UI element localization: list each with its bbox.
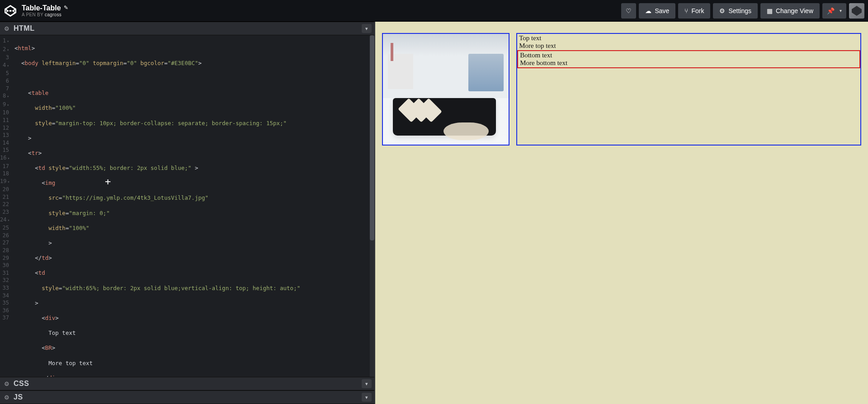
preview-text-cell: Top text More top text Bottom text More … xyxy=(516,33,861,146)
js-panel-chevron[interactable]: ▾ xyxy=(362,393,372,402)
preview-top-1: Top text xyxy=(519,34,541,42)
js-panel-header: ⚙ JS ▾ xyxy=(0,390,374,404)
heart-icon: ♡ xyxy=(626,7,632,14)
preview-table: Top text More top text Bottom text More … xyxy=(375,26,868,152)
css-settings-icon[interactable]: ⚙ xyxy=(3,380,11,388)
user-avatar[interactable] xyxy=(849,3,864,19)
pen-title[interactable]: Table-Table xyxy=(22,4,61,12)
html-settings-icon[interactable]: ⚙ xyxy=(3,24,11,33)
edit-title-icon[interactable]: ✎ xyxy=(64,5,68,11)
byline: A PEN BY cagross xyxy=(22,12,68,18)
preview-image-cell xyxy=(382,33,509,146)
html-panel-title: HTML xyxy=(14,24,34,33)
layout-icon: ▦ xyxy=(767,7,773,14)
fork-icon: ⑂ xyxy=(684,7,688,14)
author-link[interactable]: cagross xyxy=(45,12,61,17)
preview-top-block: Top text More top text xyxy=(517,34,860,50)
js-settings-icon[interactable]: ⚙ xyxy=(3,393,11,401)
change-view-button[interactable]: ▦Change View xyxy=(760,3,820,19)
settings-button[interactable]: ⚙Settings xyxy=(713,3,758,19)
editors-column: ⚙ HTML ▾ 1234567891011121314151617181920… xyxy=(0,22,375,404)
line-gutter: 1234567891011121314151617181920212223242… xyxy=(0,35,12,377)
html-panel-header: ⚙ HTML ▾ xyxy=(0,22,374,35)
pin-button[interactable]: 📌 xyxy=(822,3,846,19)
html-editor[interactable]: 1234567891011121314151617181920212223242… xyxy=(0,35,374,377)
css-panel-title: CSS xyxy=(14,380,29,388)
code-area[interactable]: <html> <body leftmargin="0" topmargin="0… xyxy=(12,35,374,377)
preview-image xyxy=(383,34,509,145)
css-panel-chevron[interactable]: ▾ xyxy=(362,379,372,388)
cloud-icon: ☁ xyxy=(645,7,651,14)
editor-scrollbar-thumb[interactable] xyxy=(370,35,374,240)
fork-button[interactable]: ⑂Fork xyxy=(678,3,710,19)
header-actions: ♡ ☁Save ⑂Fork ⚙Settings ▦Change View 📌 xyxy=(621,3,864,19)
preview-top-2: More top text xyxy=(519,42,556,49)
settings-label: Settings xyxy=(728,7,751,14)
pin-icon: 📌 xyxy=(827,7,835,14)
heart-button[interactable]: ♡ xyxy=(621,3,636,19)
css-panel-header: ⚙ CSS ▾ xyxy=(0,377,374,390)
codepen-logo[interactable] xyxy=(4,4,17,18)
save-button[interactable]: ☁Save xyxy=(639,3,675,19)
html-panel-chevron[interactable]: ▾ xyxy=(362,24,372,33)
save-label: Save xyxy=(655,7,669,14)
preview-bottom-2: More bottom text xyxy=(520,59,567,66)
gear-icon: ⚙ xyxy=(719,7,725,14)
byline-prefix: A PEN BY xyxy=(22,12,43,17)
preview-pane: Top text More top text Bottom text More … xyxy=(375,22,868,404)
change-view-label: Change View xyxy=(776,7,813,14)
title-block: Table-Table ✎ A PEN BY cagross xyxy=(22,4,68,18)
app-header: Table-Table ✎ A PEN BY cagross ♡ ☁Save ⑂… xyxy=(0,0,868,22)
preview-bottom-1: Bottom text xyxy=(520,52,552,59)
editor-preview-split: ⚙ HTML ▾ 1234567891011121314151617181920… xyxy=(0,22,868,404)
fork-label: Fork xyxy=(691,7,704,14)
js-panel-title: JS xyxy=(14,393,23,401)
preview-bottom-block: Bottom text More bottom text xyxy=(517,50,860,68)
